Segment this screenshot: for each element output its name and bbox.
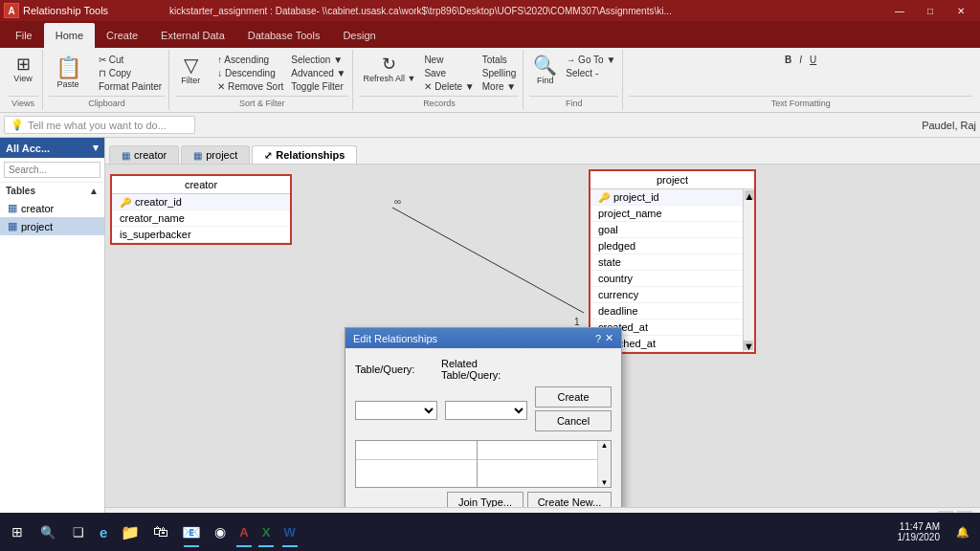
- dialog-dropdowns: Create Cancel: [355, 386, 612, 434]
- doc-tab-creator[interactable]: ▦ creator: [109, 145, 179, 164]
- nav-search-input[interactable]: [4, 162, 100, 178]
- scroll-up-btn[interactable]: ▲: [745, 190, 754, 200]
- dialog-action-buttons: Create Cancel: [535, 386, 612, 434]
- clipboard-content: 📋 Paste ✂ Cut ⊓ Copy Format Painter: [49, 50, 165, 96]
- sort-label: Sort & Filter: [175, 96, 348, 110]
- nav-tables-header[interactable]: Tables ▲: [0, 183, 104, 199]
- left-field-col: [356, 441, 478, 487]
- taskbar-word[interactable]: W: [278, 515, 301, 549]
- dialog-close-btn[interactable]: ✕: [605, 332, 613, 344]
- selection-btn[interactable]: Selection ▼: [288, 54, 348, 66]
- tab-rel-label: Relationships: [276, 149, 345, 161]
- bold-btn[interactable]: B: [782, 54, 794, 66]
- new-btn[interactable]: New: [421, 54, 477, 66]
- create-btn[interactable]: Create: [535, 386, 612, 408]
- field-scroll-down[interactable]: ▼: [598, 478, 611, 487]
- filter-btn[interactable]: ▽ Filter: [175, 54, 206, 87]
- clipboard-label: Clipboard: [49, 96, 165, 110]
- window-controls: — □ ✕: [884, 1, 976, 20]
- totals-btn[interactable]: Totals: [479, 54, 520, 66]
- find-btn[interactable]: 🔍 Find: [529, 54, 561, 87]
- tab-database[interactable]: Database Tools: [236, 23, 332, 48]
- field-scroll-up[interactable]: ▲: [598, 441, 611, 450]
- tab-design[interactable]: Design: [331, 23, 387, 48]
- svg-text:∞: ∞: [394, 196, 401, 207]
- join-type-btn[interactable]: Join Type...: [447, 492, 523, 507]
- spelling-btn[interactable]: Spelling: [479, 67, 520, 79]
- task-view-btn[interactable]: ❑: [65, 515, 92, 549]
- refresh-btn[interactable]: ↻ Refresh All ▼: [359, 54, 419, 85]
- doc-tab-project[interactable]: ▦ project: [181, 145, 250, 164]
- taskbar-store[interactable]: 🛍: [147, 515, 174, 549]
- notification-btn[interactable]: 🔔: [949, 515, 976, 549]
- more-btn[interactable]: More ▼: [479, 80, 520, 93]
- ribbon-tab-bar: File Home Create External Data Database …: [0, 21, 980, 48]
- remove-sort-btn[interactable]: ✕ Remove Sort: [214, 80, 286, 93]
- creator-name-label: creator_name: [120, 212, 185, 224]
- dialog-title-text: Edit Relationships: [353, 333, 437, 344]
- app-icon: A: [4, 3, 19, 18]
- field-deadline: deadline: [590, 303, 754, 320]
- format-painter-btn[interactable]: Format Painter: [96, 80, 165, 93]
- taskbar-excel[interactable]: X: [256, 515, 277, 549]
- delete-btn[interactable]: ✕ Delete ▼: [421, 80, 477, 93]
- create-new-btn[interactable]: Create New...: [527, 492, 612, 507]
- tab-file[interactable]: File: [4, 23, 44, 48]
- goto-btn[interactable]: → Go To ▼: [563, 54, 618, 66]
- tab-external[interactable]: External Data: [149, 23, 236, 48]
- field-is-superbacker: is_superbacker: [112, 227, 290, 243]
- underline-btn[interactable]: U: [807, 54, 819, 66]
- search-btn[interactable]: 🔍: [33, 515, 63, 549]
- view-btn[interactable]: ⊞ View: [8, 54, 38, 85]
- filter-col: Selection ▼ Advanced ▼ Toggle Filter: [288, 54, 348, 93]
- advanced-btn[interactable]: Advanced ▼: [288, 67, 348, 79]
- descending-btn[interactable]: ↓ Descending: [214, 67, 286, 79]
- taskbar-access[interactable]: A: [234, 515, 254, 549]
- table-query-select[interactable]: [355, 401, 437, 420]
- tell-me-placeholder: Tell me what you want to do...: [28, 120, 167, 131]
- field-goal: goal: [590, 222, 754, 238]
- cancel-btn[interactable]: Cancel: [535, 410, 612, 431]
- scroll-down-btn[interactable]: ▼: [744, 341, 753, 350]
- toggle-filter-btn[interactable]: Toggle Filter: [288, 80, 348, 93]
- nav-chevron: ▾: [93, 142, 99, 154]
- dialog-help-btn[interactable]: ?: [595, 333, 601, 344]
- save-btn[interactable]: Save: [421, 67, 477, 79]
- field-scroll[interactable]: ▲ ▼: [597, 441, 611, 487]
- project-header: project: [590, 171, 754, 189]
- related-table-label: Related Table/Query:: [441, 358, 520, 381]
- records-label: Records: [359, 96, 519, 110]
- close-btn[interactable]: ✕: [946, 1, 976, 20]
- taskbar-edge[interactable]: e: [94, 515, 113, 549]
- table-creator: creator 🔑 creator_id creator_name is_sup…: [110, 174, 292, 245]
- taskbar-explorer[interactable]: 📁: [115, 515, 145, 549]
- dialog-body: Table/Query: Related Table/Query: Create…: [345, 348, 621, 507]
- maximize-btn[interactable]: □: [915, 1, 946, 20]
- edit-relationships-dialog: Edit Relationships ? ✕ Table/Query: Rela…: [345, 327, 622, 507]
- filter-label: Filter: [181, 76, 200, 85]
- doc-tab-relationships[interactable]: ⤢ Relationships: [252, 145, 357, 164]
- copy-btn[interactable]: ⊓ Copy: [96, 67, 165, 79]
- nav-item-creator[interactable]: ▦ creator: [0, 199, 104, 217]
- related-table-select[interactable]: [445, 401, 527, 420]
- paste-btn[interactable]: 📋 Paste: [49, 54, 87, 91]
- tab-create[interactable]: Create: [95, 23, 149, 48]
- find-col: → Go To ▼ Select -: [563, 54, 618, 79]
- field-pledged: pledged: [590, 238, 754, 254]
- italic-btn[interactable]: I: [796, 54, 805, 66]
- ribbon-group-records: ↻ Refresh All ▼ New Save ✕ Delete ▼ Tota…: [355, 50, 523, 110]
- field-project-id: 🔑 project_id: [590, 189, 754, 206]
- minimize-btn[interactable]: —: [884, 1, 915, 20]
- ascending-btn[interactable]: ↑ Ascending: [214, 54, 286, 66]
- tab-home[interactable]: Home: [44, 23, 95, 48]
- nav-item-project[interactable]: ▦ project: [0, 217, 104, 235]
- taskbar-outlook[interactable]: 📧: [176, 515, 207, 549]
- taskbar-chrome[interactable]: ◉: [209, 515, 232, 549]
- select-btn[interactable]: Select -: [563, 67, 618, 79]
- cut-btn[interactable]: ✂ Cut: [96, 54, 165, 66]
- tell-me-input[interactable]: 💡 Tell me what you want to do...: [4, 116, 195, 134]
- project-scrollbar[interactable]: ▲ ▼: [743, 189, 754, 352]
- rel-icon: ⤢: [264, 150, 272, 161]
- pk-icon: 🔑: [120, 197, 131, 208]
- start-btn[interactable]: ⊞: [4, 515, 31, 549]
